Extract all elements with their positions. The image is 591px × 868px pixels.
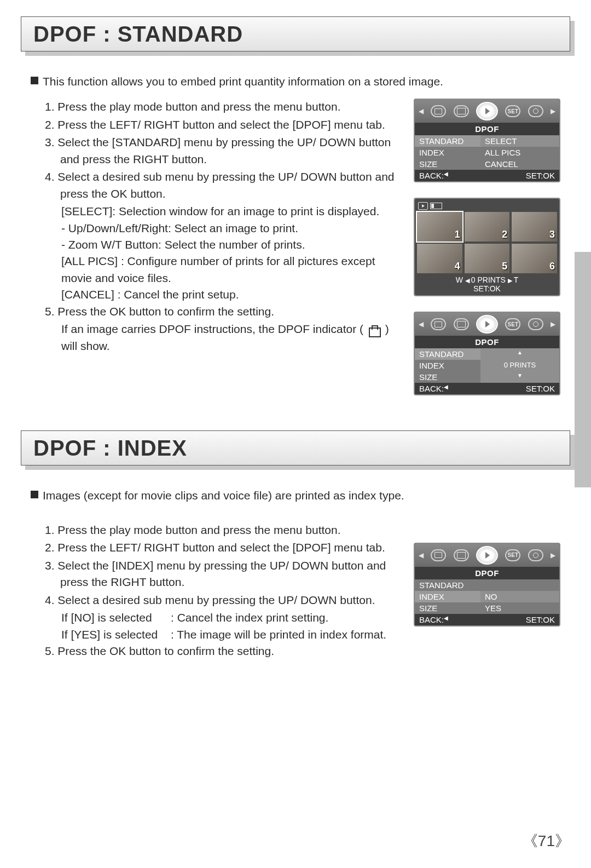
dpof-tab-icon bbox=[476, 546, 498, 565]
play-tab-icon bbox=[431, 549, 446, 561]
step-3: 3. Select the [INDEX] menu by pressing t… bbox=[31, 557, 401, 591]
step-4a: If [NO] is selected : Cancel the index p… bbox=[31, 610, 401, 626]
foot-back: BACK: bbox=[419, 384, 444, 393]
page-number-value: 71 bbox=[538, 832, 555, 849]
print-tab-icon bbox=[454, 549, 469, 561]
step-4b: If [YES] is selected : The image will be… bbox=[31, 626, 401, 643]
foot-back: BACK: bbox=[419, 171, 444, 180]
dpof-tab-icon bbox=[476, 102, 498, 120]
foot-back-arrow-icon: ◀ bbox=[444, 615, 448, 624]
foot-setok: SET:OK bbox=[526, 384, 555, 393]
if-yes-label: If [YES] is selected bbox=[61, 626, 171, 643]
prints-spinner: ▲ bbox=[480, 348, 559, 360]
menu-title: DPOF bbox=[415, 336, 559, 348]
menu-index: INDEX bbox=[415, 591, 480, 602]
foot-back: BACK: bbox=[419, 615, 444, 624]
lcd-screen-prints: ◀ SET ▶ DPOF STANDARD ▲ bbox=[414, 312, 560, 395]
tab-right-arrow-icon: ▶ bbox=[551, 320, 556, 328]
menu-size: SIZE bbox=[415, 158, 480, 170]
step-4d: [ALL PICS] : Configure number of prints … bbox=[31, 253, 401, 286]
step-5a: 5. Press the OK button to confirm the se… bbox=[31, 303, 401, 320]
tab-left-arrow-icon: ◀ bbox=[418, 107, 424, 115]
tab-right-arrow-icon: ▶ bbox=[551, 107, 556, 115]
set-tab-icon: SET bbox=[505, 318, 520, 330]
heading-dpof-standard: DPOF : STANDARD bbox=[21, 16, 570, 56]
menu-standard: STANDARD bbox=[415, 135, 480, 147]
step-5b-text: If an image carries DPOF instructions, t… bbox=[61, 323, 363, 335]
section2-screens: ◀ SET ▶ DPOF STANDARD INDEX bbox=[414, 522, 560, 661]
section1-intro: This function allows you to embed print … bbox=[31, 73, 560, 90]
thumb-3: 3 bbox=[512, 212, 557, 242]
menu-no: NO bbox=[480, 591, 559, 602]
intro-text: This function allows you to embed print … bbox=[43, 73, 443, 90]
lcd-screen-standard: ◀ SET ▶ DPOF STANDARD SELECT INDEX bbox=[414, 99, 560, 182]
menu-standard: STANDARD bbox=[415, 348, 480, 360]
heading-text: DPOF : STANDARD bbox=[21, 16, 570, 51]
if-no-desc: : Cancel the index print setting. bbox=[171, 610, 328, 626]
print-tab-icon bbox=[454, 105, 469, 117]
menu-size: SIZE bbox=[415, 371, 480, 383]
person-tab-icon bbox=[528, 549, 543, 561]
foot-back-arrow-icon: ◀ bbox=[444, 171, 448, 180]
right-arrow-icon: ▶ bbox=[508, 277, 514, 284]
bullet-icon bbox=[31, 491, 38, 498]
step-2: 2. Press the LEFT/ RIGHT button and sele… bbox=[31, 117, 401, 133]
menu-tabs: ◀ SET ▶ bbox=[415, 100, 559, 123]
menu-index: INDEX bbox=[415, 360, 480, 371]
menu-yes: YES bbox=[480, 602, 559, 614]
bullet-icon bbox=[31, 77, 38, 84]
step-5: 5. Press the OK button to confirm the se… bbox=[31, 643, 401, 659]
foot-setok: SET:OK bbox=[526, 615, 555, 624]
menu-standard: STANDARD bbox=[415, 579, 480, 591]
menu-title: DPOF bbox=[415, 567, 559, 579]
thumb-5: 5 bbox=[465, 244, 510, 273]
menu-blank bbox=[480, 579, 559, 591]
zoom-t: T bbox=[514, 275, 519, 284]
step-4a: [SELECT]: Selection window for an image … bbox=[31, 203, 401, 220]
thumb-4: 4 bbox=[417, 244, 462, 273]
dpof-indicator-icon bbox=[367, 324, 382, 336]
battery-icon bbox=[430, 203, 442, 209]
step-1: 1. Press the play mode button and press … bbox=[31, 99, 401, 115]
thumb-1: 1 bbox=[417, 212, 462, 242]
left-arrow-icon: ◀ bbox=[465, 277, 471, 284]
if-no-label: If [NO] is selected bbox=[61, 610, 171, 626]
lcd-screen-index: ◀ SET ▶ DPOF STANDARD INDEX bbox=[414, 543, 560, 626]
play-tab-icon bbox=[431, 318, 446, 330]
step-4: 4. Select a desired sub menu by pressing… bbox=[31, 169, 401, 202]
lcd-screen-thumbs: 1 2 3 4 5 6 W ◀ 0 PRINTS ▶ T bbox=[414, 198, 560, 296]
step-4: 4. Select a desired sub menu by pressing… bbox=[31, 592, 401, 608]
section1-steps: 1. Press the play mode button and press … bbox=[31, 99, 401, 395]
heading-text: DPOF : INDEX bbox=[21, 430, 570, 465]
tab-left-arrow-icon: ◀ bbox=[418, 551, 424, 559]
step-3: 3. Select the [STANDARD] menu by pressin… bbox=[31, 134, 401, 168]
play-tab-icon bbox=[431, 105, 446, 117]
foot-setok: SET:OK bbox=[526, 171, 555, 180]
play-mode-icon bbox=[418, 202, 428, 210]
thumb-6: 6 bbox=[512, 244, 557, 273]
menu-cancel: CANCEL bbox=[480, 158, 559, 170]
tab-right-arrow-icon: ▶ bbox=[551, 551, 556, 559]
print-tab-icon bbox=[454, 318, 469, 330]
step-4b: - Up/Down/Left/Right: Select an image to… bbox=[31, 220, 401, 237]
intro-text: Images (except for movie clips and voice… bbox=[43, 487, 404, 504]
foot-setok2: SET:OK bbox=[473, 284, 501, 293]
down-arrow-icon: ▼ bbox=[517, 372, 523, 378]
foot-back-arrow-icon: ◀ bbox=[444, 384, 448, 393]
up-arrow-icon: ▲ bbox=[517, 349, 523, 355]
menu-title: DPOF bbox=[415, 123, 559, 135]
prints-value: 0 PRINTS bbox=[480, 360, 559, 371]
menu-allpics: ALL PICS bbox=[480, 147, 559, 158]
manual-page: DPOF : STANDARD This function allows you… bbox=[0, 0, 591, 868]
if-yes-desc: : The image will be printed in index for… bbox=[171, 626, 386, 643]
set-tab-icon: SET bbox=[505, 549, 520, 561]
step-2: 2. Press the LEFT/ RIGHT button and sele… bbox=[31, 539, 401, 556]
heading-dpof-index: DPOF : INDEX bbox=[21, 430, 570, 470]
step-1: 1. Press the play mode button and press … bbox=[31, 522, 401, 538]
menu-index: INDEX bbox=[415, 147, 480, 158]
prints-count: 0 PRINTS bbox=[471, 275, 506, 284]
section2-steps: 1. Press the play mode button and press … bbox=[31, 522, 401, 661]
page-number: 《71》 bbox=[523, 831, 570, 852]
section2-intro: Images (except for movie clips and voice… bbox=[31, 487, 560, 504]
zoom-w: W bbox=[456, 275, 463, 284]
